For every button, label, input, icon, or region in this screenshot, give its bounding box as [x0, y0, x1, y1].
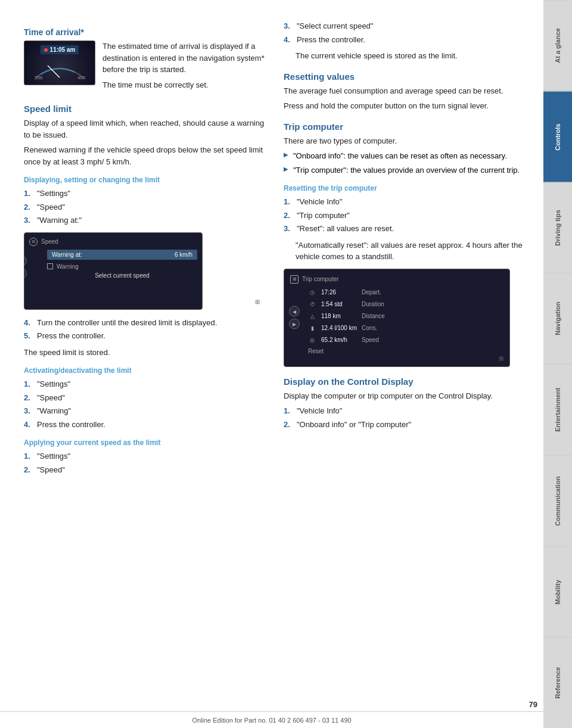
- warning-checkbox: [47, 263, 53, 269]
- dot-indicator: [44, 48, 48, 52]
- steps-4-5: 4. Turn the controller until the desired…: [24, 317, 266, 342]
- right-column: 3. "Select current speed" 4. Press the c…: [284, 18, 526, 710]
- warning-box: Warning at: 6 km/h: [47, 250, 197, 260]
- main-content: Time of arrival* 11:05 am 200 400: [0, 0, 543, 728]
- act-step-2: 2. "Speed": [24, 392, 266, 404]
- toa-section: 11:05 am 200 400 The estimated time of a…: [24, 41, 266, 94]
- svg-text:200: 200: [35, 75, 43, 80]
- footer: Online Edition for Part no. 01 40 2 606 …: [0, 711, 543, 728]
- step-num-4: 4.: [24, 317, 33, 329]
- svg-text:400: 400: [77, 75, 86, 80]
- bullet-text-2: "Trip computer": the values provide an o…: [293, 164, 520, 176]
- tab-navigation[interactable]: Navigation: [543, 273, 572, 364]
- r-num-4: 4.: [284, 34, 293, 46]
- act-num-1: 1.: [24, 378, 33, 390]
- step-num-2: 2.: [24, 201, 33, 213]
- page-number: 79: [529, 700, 537, 709]
- display-setting-title: Displaying, setting or changing the limi…: [24, 176, 266, 184]
- right-steps-top: 3. "Select current speed" 4. Press the c…: [284, 20, 526, 45]
- trip-row-cons: ▮ 12.4 l/100 km Cons.: [308, 324, 503, 332]
- step-text-4: Turn the controller until the desired li…: [37, 317, 217, 329]
- speed-icon: ◎: [308, 336, 316, 344]
- r-text-4: Press the controller.: [297, 34, 365, 46]
- nav-right-btn[interactable]: ▶: [24, 268, 27, 279]
- disp-text-2: "Onboard info" or "Trip computer": [297, 419, 411, 431]
- act-num-4: 4.: [24, 419, 33, 431]
- trip-computer-desc: There are two types of computer.: [284, 135, 526, 147]
- left-column: Time of arrival* 11:05 am 200 400: [24, 18, 266, 710]
- trip-bullets: ▶ "Onboard info": the values can be rese…: [284, 150, 526, 176]
- rt-text-3: "Reset": all values are reset.: [297, 223, 394, 235]
- warning-checkbox-row: Warning: [47, 262, 197, 271]
- depart-icon: ◷: [308, 288, 316, 297]
- tab-driving-tips[interactable]: Driving tips: [543, 182, 572, 273]
- duration-value: 1:54 std: [321, 301, 357, 307]
- speed-screen-container: ⚙ Speed Warning at: 6 km/h Warning Selec…: [24, 232, 266, 310]
- act-text-4: Press the controller.: [37, 419, 105, 431]
- speedometer-svg: 200 400: [30, 57, 89, 80]
- trip-nav-left[interactable]: ◀: [289, 306, 300, 317]
- trip-reset-label: Reset: [308, 348, 503, 354]
- step-text-3: "Warning at:": [37, 214, 82, 226]
- trip-row-distance: △ 118 km Distance: [308, 312, 503, 321]
- time-display: 11:05 am: [41, 45, 79, 54]
- toa-desc2: The time must be correctly set.: [102, 79, 266, 91]
- tab-at-a-glance[interactable]: At a glance: [543, 0, 572, 91]
- rt-num-3: 3.: [284, 223, 293, 235]
- bullet-arrow-2: ▶: [284, 164, 288, 176]
- act-text-3: "Warning": [37, 405, 71, 417]
- bullet-1: ▶ "Onboard info": the values can be rese…: [284, 150, 526, 162]
- trip-nav-right[interactable]: ▶: [289, 319, 300, 329]
- toa-image: 11:05 am 200 400: [24, 41, 95, 85]
- disp-step-2: 2. "Onboard info" or "Trip computer": [284, 419, 526, 431]
- disp-num-2: 2.: [284, 419, 293, 431]
- act-text-2: "Speed": [37, 392, 65, 404]
- speed-settings-icon: ⚙: [29, 238, 38, 246]
- display-title: Display on the Control Display: [284, 377, 526, 387]
- app-text-1: "Settings": [37, 450, 70, 462]
- tab-reference[interactable]: Reference: [543, 637, 572, 728]
- trip-row-speed: ◎ 65.2 km/h Speed: [308, 336, 503, 344]
- speed-header: ⚙ Speed: [29, 238, 197, 246]
- step-num-5: 5.: [24, 330, 33, 342]
- auto-reset-text: "Automatically reset": all values are re…: [296, 239, 526, 263]
- cons-value: 12.4 l/100 km: [321, 325, 357, 331]
- tab-communication[interactable]: Communication: [543, 455, 572, 546]
- nav-arrows: ◀ ▶: [24, 256, 27, 279]
- act-num-3: 3.: [24, 405, 33, 417]
- speed-value: 65.2 km/h: [321, 337, 357, 343]
- toa-time: 11:05 am: [50, 46, 76, 53]
- act-step-3: 3. "Warning": [24, 405, 266, 417]
- depart-label: Depart.: [362, 289, 381, 295]
- speed-label: Speed: [362, 337, 379, 343]
- act-step-4: 4. Press the controller.: [24, 419, 266, 431]
- rt-step-2: 2. "Trip computer": [284, 210, 526, 222]
- nav-left-btn[interactable]: ◀: [24, 256, 27, 266]
- tab-entertainment[interactable]: Entertainment: [543, 364, 572, 455]
- step4-desc: The current vehicle speed is stored as t…: [296, 50, 526, 62]
- resetting-trip-steps: 1. "Vehicle Info" 2. "Trip computer" 3. …: [284, 196, 526, 235]
- rt-num-2: 2.: [284, 210, 293, 222]
- trip-header-text: Trip computer: [302, 276, 338, 282]
- step-text-1: "Settings": [37, 188, 70, 200]
- app-text-2: "Speed": [37, 464, 65, 476]
- toa-text: The estimated time of arrival is display…: [102, 41, 266, 94]
- activating-title: Activating/deactivating the limit: [24, 366, 266, 375]
- trip-screen-right-icon: ⊞: [499, 355, 503, 362]
- footer-text: Online Edition for Part no. 01 40 2 606 …: [192, 717, 351, 724]
- trip-screen: ⊞ Trip computer ◀ ▶ ◷ 17:26 Depart. ⏱ 1:…: [284, 269, 510, 367]
- toa-desc1: The estimated time of arrival is display…: [102, 41, 266, 76]
- act-step-1: 1. "Settings": [24, 378, 266, 390]
- distance-value: 118 km: [321, 313, 357, 319]
- speed-header-label: Speed: [41, 238, 58, 245]
- app-num-1: 1.: [24, 450, 33, 462]
- tab-controls[interactable]: Controls: [543, 91, 572, 182]
- display-steps: 1. "Settings" 2. "Speed" 3. "Warning at:…: [24, 188, 266, 226]
- tab-mobility[interactable]: Mobility: [543, 546, 572, 637]
- app-num-2: 2.: [24, 464, 33, 476]
- stored-text: The speed limit is stored.: [24, 347, 266, 359]
- bullet-arrow-1: ▶: [284, 150, 288, 162]
- resetting-desc2: Press and hold the computer button on th…: [284, 100, 526, 112]
- disp-num-1: 1.: [284, 405, 293, 417]
- act-num-2: 2.: [24, 392, 33, 404]
